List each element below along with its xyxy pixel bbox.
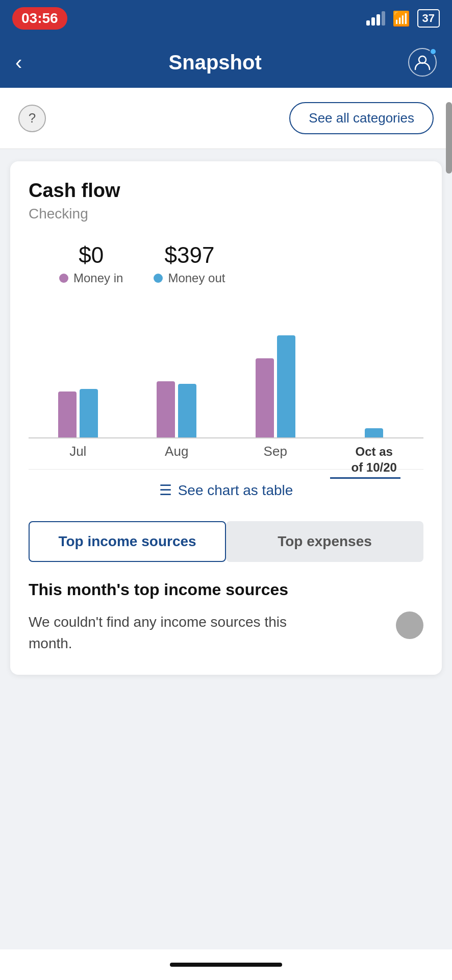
profile-button[interactable]: [408, 48, 437, 77]
profile-notification-dot: [430, 48, 437, 55]
tabs-row: Top income sources Top expenses: [29, 521, 423, 562]
bar-oct-out: [365, 428, 383, 437]
chart-label-jul: Jul: [69, 444, 86, 459]
income-empty-message: We couldn't find any income sources this…: [29, 611, 324, 654]
bar-group-jul: [34, 389, 122, 437]
chart-bars-container: [29, 296, 423, 438]
back-button[interactable]: ‹: [15, 51, 22, 74]
see-chart-link[interactable]: ☰ See chart as table: [29, 482, 423, 499]
bar-jul-in: [58, 391, 77, 437]
scroll-circle: [396, 611, 423, 639]
top-section: ? See all categories: [0, 88, 452, 149]
money-in-dot: [59, 274, 68, 283]
wifi-icon: 📶: [392, 10, 410, 27]
help-button[interactable]: ?: [18, 105, 46, 132]
bar-jul-out: [80, 389, 98, 437]
tab-top-income-sources[interactable]: Top income sources: [29, 521, 226, 562]
question-icon: ?: [29, 110, 36, 126]
chart-label-sep: Sep: [264, 444, 287, 459]
chart-oct-underline: [330, 477, 401, 479]
bar-aug-out: [178, 384, 196, 437]
chart-label-oct: Oct asof 10/20: [330, 444, 419, 475]
header: ‹ Snapshot: [0, 37, 452, 88]
status-bar: 03:56 📶 37: [0, 0, 452, 37]
see-chart-label: See chart as table: [178, 482, 293, 499]
money-out-legend: $397 Money out: [154, 242, 225, 285]
status-icons: 📶 37: [366, 9, 440, 28]
income-section-title: This month's top income sources: [29, 580, 423, 599]
money-in-value: $0: [59, 242, 123, 268]
signal-icon: [366, 11, 385, 26]
scrollbar-thumb[interactable]: [446, 102, 452, 174]
income-sources-section: This month's top income sources We could…: [29, 580, 423, 654]
money-out-label: Money out: [168, 271, 225, 285]
cash-flow-card: Cash flow Checking $0 Money in $397 Mone…: [10, 161, 442, 675]
bar-group-aug: [133, 381, 221, 437]
bar-sep-in: [256, 358, 274, 437]
bar-group-sep: [231, 335, 320, 437]
see-all-categories-button[interactable]: See all categories: [289, 102, 434, 134]
table-icon: ☰: [159, 482, 172, 499]
battery-indicator: 37: [417, 9, 440, 28]
page-title: Snapshot: [169, 51, 262, 74]
bar-chart: Jul Aug Sep Oct asof 10/20: [29, 296, 423, 459]
bar-group-oct: [330, 428, 419, 437]
status-time: 03:56: [12, 7, 67, 30]
money-in-legend: $0 Money in: [59, 242, 123, 285]
bar-aug-in: [157, 381, 175, 437]
chart-label-aug: Aug: [165, 444, 188, 459]
money-out-dot: [154, 274, 163, 283]
bottom-bar: [0, 949, 452, 980]
money-in-label: Money in: [73, 271, 123, 285]
chart-legend: $0 Money in $397 Money out: [29, 242, 423, 285]
tab-top-expenses[interactable]: Top expenses: [226, 521, 423, 562]
cash-flow-title: Cash flow: [29, 180, 423, 202]
bar-sep-out: [277, 335, 295, 437]
money-out-value: $397: [154, 242, 225, 268]
cash-flow-subtitle: Checking: [29, 206, 423, 222]
home-indicator: [170, 963, 282, 967]
